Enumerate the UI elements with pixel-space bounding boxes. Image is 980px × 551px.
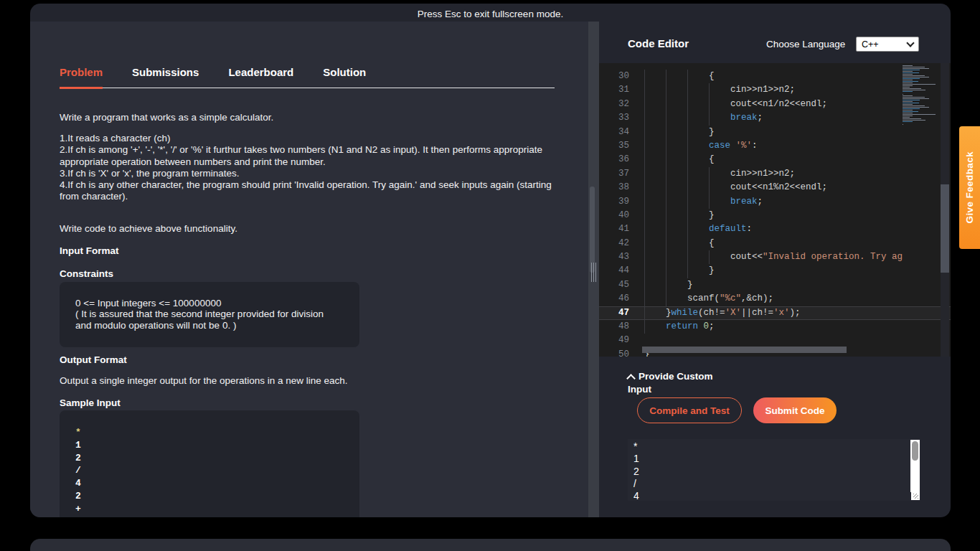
code-line: 49: [599, 334, 951, 347]
minimap-line: [903, 74, 913, 75]
minimap-line: [903, 67, 925, 67]
code-line: 39break;: [599, 195, 951, 209]
code-token: cin>>n1>>n2;: [730, 167, 795, 181]
code-token: 'x': [773, 306, 790, 320]
code-token: '%': [736, 139, 753, 153]
minimap-line: [903, 75, 925, 76]
minimap-line: [903, 87, 910, 88]
code-line: 45}: [599, 278, 951, 292]
minimap-line: [903, 114, 936, 115]
custom-input-textarea[interactable]: *12/4: [628, 439, 920, 501]
minimap-line: [903, 105, 925, 106]
minimap-line: [903, 81, 918, 82]
textarea-scrollbar-thumb[interactable]: [912, 441, 918, 461]
code-line: 35case '%':: [599, 139, 951, 153]
code-token: default: [709, 222, 747, 236]
minimap-line: [903, 107, 929, 108]
custom-input-value: *12/4: [633, 441, 908, 499]
indent-guides: [644, 292, 687, 306]
minimap-line: [903, 91, 913, 92]
editor-vertical-scrollbar[interactable]: [941, 63, 949, 357]
code-lines: 30{31cin>>n1>>n2;32cout<<n1/n2<<endl;33b…: [599, 63, 951, 357]
editor-vertical-scrollbar-thumb[interactable]: [941, 184, 949, 273]
indent-guides: [644, 278, 687, 292]
line-number: 49: [599, 334, 644, 347]
minimap-line: [903, 83, 913, 83]
minimap-line: [903, 65, 913, 66]
indent-guides: [644, 167, 730, 181]
tab-submissions[interactable]: Submissions: [132, 66, 199, 78]
language-select[interactable]: C++: [856, 37, 919, 52]
problem-step: 1.It reads a character (ch): [60, 133, 555, 144]
code-token: );: [790, 306, 801, 320]
input-format-heading: Input Format: [60, 245, 555, 256]
line-number: 34: [599, 126, 644, 139]
minimap-line: [903, 100, 920, 100]
minimap-line: [903, 121, 913, 122]
minimap-line: [903, 78, 920, 79]
minimap-line: [903, 84, 936, 85]
panel-resizer[interactable]: [588, 22, 599, 517]
minimap-line: [903, 85, 913, 86]
minimap-line: [903, 90, 925, 90]
code-line: 47}while(ch!='X'||ch!='x');: [599, 306, 951, 320]
fullscreen-exit-message: Press Esc to exit fullscreen mode.: [30, 9, 951, 19]
minimap-line: [903, 124, 903, 125]
line-number: 39: [599, 195, 644, 209]
minimap-line: [903, 77, 929, 77]
code-token: ;: [709, 320, 715, 334]
sample-input-line: /: [75, 464, 344, 477]
code-line: 34}: [599, 126, 951, 139]
code-token: [698, 320, 704, 334]
code-line: 46scanf("%c",&ch);: [599, 292, 951, 306]
line-number: 41: [599, 222, 644, 236]
sample-input-line: +: [75, 503, 344, 516]
code-token: }: [709, 209, 715, 222]
tab-bar: ProblemSubmissionsLeaderboardSolution: [60, 66, 555, 88]
textarea-scrollbar[interactable]: [910, 440, 920, 492]
indent-guides: [644, 209, 709, 222]
line-number: 47: [599, 306, 644, 320]
line-number: 48: [599, 320, 644, 334]
problem-intro: Write a program that works as a simple c…: [60, 112, 562, 123]
code-token: }: [666, 306, 672, 320]
minimap[interactable]: [903, 65, 938, 126]
line-number: 46: [599, 292, 644, 306]
minimap-line: [903, 120, 925, 121]
indent-guides: [644, 237, 709, 250]
line-number: 42: [599, 237, 644, 250]
problem-panel-scrollbar[interactable]: [590, 187, 595, 273]
tab-leaderboard[interactable]: Leaderboard: [228, 66, 293, 78]
textarea-resize-handle[interactable]: [911, 492, 920, 500]
code-editor[interactable]: 30{31cin>>n1>>n2;32cout<<n1/n2<<endl;33b…: [599, 63, 951, 357]
minimap-line: [903, 97, 925, 98]
code-token: :: [752, 139, 758, 153]
indent-guides: [644, 264, 709, 278]
minimap-line: [903, 111, 918, 112]
code-line: 42{: [599, 237, 951, 250]
editor-horizontal-scrollbar[interactable]: [642, 347, 847, 353]
minimap-line: [903, 80, 913, 80]
line-number: 30: [599, 70, 644, 83]
sample-input-line: 1: [75, 439, 344, 452]
custom-input-toggle[interactable]: Provide Custom Input: [628, 370, 721, 396]
line-number: 45: [599, 278, 644, 292]
indent-guides: [644, 195, 730, 209]
code-editor-title: Code Editor: [628, 37, 689, 50]
line-number: 32: [599, 98, 644, 111]
chevron-down-icon: [906, 39, 914, 47]
submit-code-button[interactable]: Submit Code: [753, 397, 837, 423]
output-format-heading: Output Format: [60, 354, 555, 365]
constraints-box: 0 <= Input integers <= 100000000( It is …: [60, 282, 359, 347]
minimap-line: [903, 118, 921, 119]
tab-solution[interactable]: Solution: [323, 66, 366, 78]
output-format-text: Output a single integer output for the o…: [60, 375, 562, 387]
minimap-line: [903, 104, 913, 105]
code-line: 33break;: [599, 111, 951, 125]
line-number: 43: [599, 250, 644, 264]
tab-problem[interactable]: Problem: [60, 66, 103, 78]
code-line: 32cout<<n1/n2<<endl;: [599, 98, 951, 111]
compile-and-test-button[interactable]: Compile and Test: [637, 397, 742, 423]
give-feedback-tab[interactable]: Give Feedback: [959, 126, 980, 249]
minimap-line: [903, 98, 929, 99]
